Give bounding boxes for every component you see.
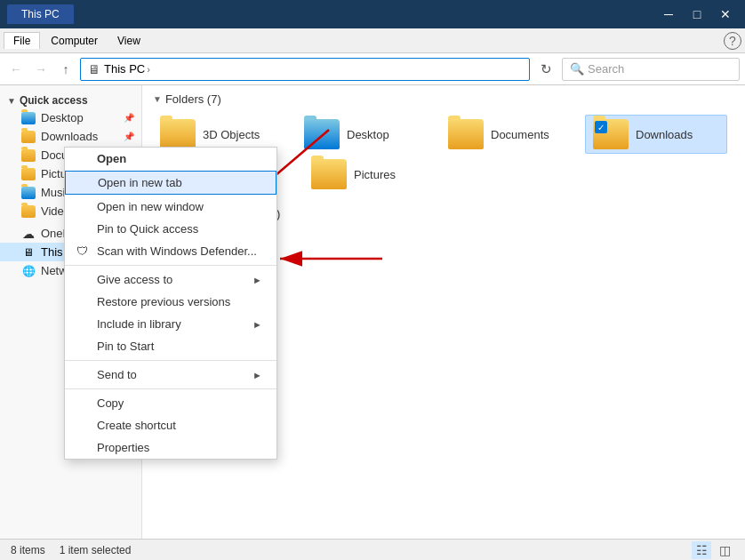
- ctx-open-new-tab[interactable]: Open in new tab: [65, 171, 276, 195]
- up-button[interactable]: ↑: [55, 59, 76, 80]
- ctx-create-shortcut[interactable]: Create shortcut: [65, 414, 276, 436]
- search-icon: 🔍: [570, 62, 584, 76]
- status-selected: 1 item selected: [60, 544, 132, 556]
- back-button[interactable]: ←: [5, 59, 27, 80]
- status-view-controls: ☷ ◫: [692, 541, 734, 559]
- folders-chevron: ▼: [153, 94, 162, 104]
- sidebar-item-downloads[interactable]: Downloads 📌: [0, 127, 141, 146]
- folder-downloads-wrapper: ✓: [593, 119, 629, 149]
- forward-button[interactable]: →: [30, 59, 52, 80]
- pin-icon: 📌: [124, 113, 134, 123]
- folder-pictures[interactable]: Pictures: [304, 156, 446, 193]
- view-large-icons-button[interactable]: ◫: [715, 541, 734, 559]
- search-box[interactable]: 🔍 Search: [562, 58, 740, 81]
- downloads-folder-icon: [21, 131, 36, 143]
- submenu-arrow-sendto: ►: [252, 370, 262, 380]
- title-bar: This PC ─ □ ✕: [0, 0, 745, 28]
- ctx-separator-2: [65, 360, 276, 361]
- folder-downloads[interactable]: ✓ Downloads: [585, 115, 727, 154]
- address-thispc: This PC: [104, 62, 145, 76]
- folders-section-label: Folders (7): [165, 92, 221, 106]
- ribbon-tab-view[interactable]: View: [108, 33, 149, 49]
- folders-section-header: ▼ Folders (7): [153, 92, 734, 106]
- ctx-include-library[interactable]: Include in library ►: [65, 313, 276, 335]
- close-button[interactable]: ✕: [713, 4, 738, 25]
- title-tab-thispc[interactable]: This PC: [7, 4, 74, 24]
- thispc-icon: 🖥: [21, 246, 36, 259]
- folder-documents[interactable]: Documents: [441, 115, 583, 154]
- ctx-pin-quick-access[interactable]: Pin to Quick access: [65, 218, 276, 240]
- onedrive-icon: ☁: [21, 228, 36, 240]
- submenu-arrow-library: ►: [252, 319, 262, 330]
- documents-folder-icon: [21, 149, 36, 162]
- address-bar: ← → ↑ 🖥 This PC › ↻ 🔍 Search: [0, 53, 745, 85]
- help-button[interactable]: ?: [724, 32, 741, 50]
- ctx-scan-defender[interactable]: 🛡 Scan with Windows Defender...: [65, 240, 276, 262]
- folder-check-downloads: ✓: [595, 121, 607, 133]
- quick-access-chevron: ▼: [7, 96, 16, 106]
- ctx-copy[interactable]: Copy: [65, 392, 276, 414]
- folder-label-3dobjects: 3D Objects: [203, 128, 260, 141]
- status-item-count: 8 items: [11, 544, 45, 556]
- address-box[interactable]: 🖥 This PC ›: [80, 58, 530, 81]
- title-bar-controls: ─ □ ✕: [656, 4, 738, 25]
- ctx-separator-1: [65, 265, 276, 266]
- defender-icon: 🛡: [74, 244, 90, 260]
- pictures-folder-icon: [21, 168, 36, 180]
- quick-access-label: Quick access: [20, 94, 88, 107]
- music-folder-icon: [21, 187, 36, 199]
- sidebar-desktop-label: Desktop: [41, 111, 84, 124]
- ribbon-tab-file[interactable]: File: [4, 32, 40, 49]
- quick-access-header[interactable]: ▼ Quick access: [0, 92, 141, 108]
- ctx-open-new-window[interactable]: Open in new window: [65, 196, 276, 218]
- context-menu: Open Open in new tab Open in new window …: [64, 147, 277, 460]
- folder-icon-pictures: [311, 159, 347, 189]
- ctx-give-access[interactable]: Give access to ►: [65, 268, 276, 291]
- folder-label-pictures: Pictures: [354, 168, 396, 181]
- folder-icon-3dobjects: [160, 119, 196, 149]
- refresh-button[interactable]: ↻: [533, 58, 558, 81]
- address-chevron: ›: [147, 64, 150, 75]
- ctx-properties[interactable]: Properties: [65, 436, 276, 459]
- videos-folder-icon: [21, 205, 36, 218]
- minimize-button[interactable]: ─: [656, 4, 681, 25]
- ctx-restore-versions[interactable]: Restore previous versions: [65, 291, 276, 313]
- folder-label-documents: Documents: [491, 128, 549, 141]
- view-details-button[interactable]: ☷: [692, 541, 711, 559]
- ctx-pin-start[interactable]: Pin to Start: [65, 335, 276, 357]
- sidebar-downloads-label: Downloads: [41, 130, 98, 143]
- folder-desktop[interactable]: Desktop: [297, 115, 439, 154]
- address-path: This PC ›: [104, 62, 150, 76]
- search-label: Search: [588, 62, 624, 76]
- folder-label-desktop: Desktop: [347, 128, 389, 141]
- submenu-arrow-access: ►: [252, 275, 262, 285]
- maximize-button[interactable]: □: [685, 4, 709, 25]
- ribbon-tab-computer[interactable]: Computer: [42, 33, 107, 49]
- ctx-separator-3: [65, 388, 276, 389]
- pin-icon-downloads: 📌: [124, 132, 134, 141]
- desktop-folder-icon: [21, 112, 36, 124]
- folder-icon-desktop: [304, 119, 340, 149]
- ctx-send-to[interactable]: Send to ►: [65, 364, 276, 386]
- status-bar: 8 items 1 item selected ☷ ◫: [0, 539, 745, 560]
- ribbon: File Computer View ?: [0, 28, 745, 53]
- computer-icon: 🖥: [88, 62, 100, 76]
- folder-label-downloads: Downloads: [636, 128, 693, 141]
- ctx-open[interactable]: Open: [65, 148, 276, 170]
- folder-icon-documents: [448, 119, 484, 149]
- network-icon: 🌐: [21, 265, 36, 277]
- sidebar-item-desktop[interactable]: Desktop 📌: [0, 108, 141, 127]
